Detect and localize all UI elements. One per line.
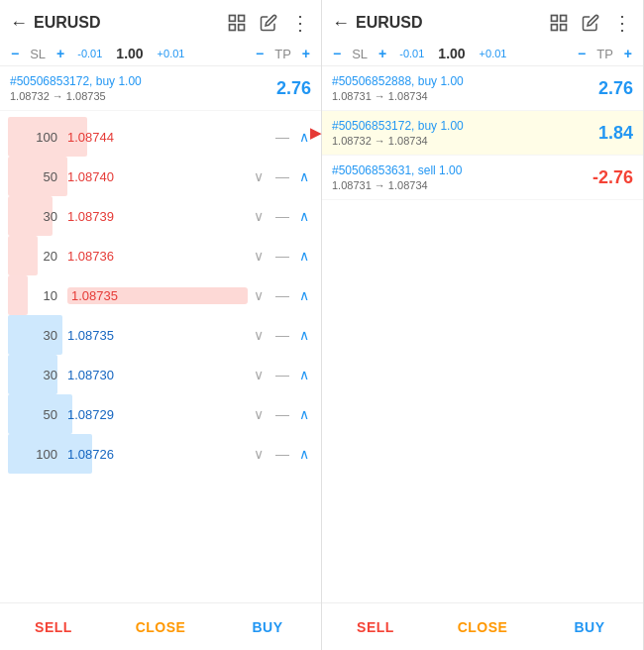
left-header: ← EURUSD ⋮ xyxy=(0,0,321,42)
right-edit-icon[interactable] xyxy=(580,12,601,34)
left-edit-icon[interactable] xyxy=(258,12,279,34)
right-buy-button[interactable]: BUY xyxy=(536,603,643,650)
left-buy-down-3[interactable]: ∨ xyxy=(254,446,264,462)
left-sell-button[interactable]: SELL xyxy=(0,603,107,650)
right-arrow-indicator: ▶ xyxy=(310,125,321,141)
svg-rect-7 xyxy=(561,25,567,31)
right-tp-label: TP xyxy=(592,47,617,61)
left-sell-row-3[interactable]: 20 1.08736 ∨ — ∧ xyxy=(0,236,321,275)
right-trade-price-1: 1.08732 → 1.08734 xyxy=(332,135,598,147)
right-sell-button[interactable]: SELL xyxy=(322,603,429,650)
left-buy-up-1[interactable]: ∧ xyxy=(299,367,309,382)
right-trade-price-0: 1.08731 → 1.08734 xyxy=(332,90,598,102)
right-trade-info-0: #50506852888, buy 1.00 1.08731 → 1.08734 xyxy=(332,74,598,102)
left-sell-down-1[interactable]: ∨ xyxy=(254,168,264,184)
left-buy-row-3[interactable]: 100 1.08726 ∨ — ∧ xyxy=(0,434,321,474)
right-trade-id-1: #50506853172, buy 1.00 xyxy=(332,119,598,133)
left-tp-label: TP xyxy=(270,47,295,61)
left-sl-plus[interactable]: + xyxy=(54,46,67,61)
right-back-arrow[interactable]: ← xyxy=(332,13,350,34)
left-sell-row-1[interactable]: 50 1.08740 ∨ — ∧ xyxy=(0,157,321,196)
right-sl-minus[interactable]: − xyxy=(330,46,344,61)
right-tp-minus[interactable]: − xyxy=(575,46,589,61)
left-stack-icon[interactable] xyxy=(226,12,248,34)
left-sell-row-4[interactable]: 10 1.08735 ∨ — ∧ xyxy=(0,275,321,315)
left-sell-dash-2: — xyxy=(275,208,289,224)
left-sell-dash-0: — xyxy=(275,129,289,145)
left-sell-down-2[interactable]: ∨ xyxy=(254,208,264,224)
right-trade-row-0[interactable]: #50506852888, buy 1.00 1.08731 → 1.08734… xyxy=(322,66,643,111)
left-sell-qty-2: 30 xyxy=(8,209,57,224)
left-sell-dash-1: — xyxy=(275,168,289,184)
right-trade-id-2: #50506853631, sell 1.00 xyxy=(332,163,592,177)
left-tp-minus[interactable]: − xyxy=(253,46,267,61)
left-sl-minus[interactable]: − xyxy=(8,46,22,61)
left-trade-price-0: 1.08732 → 1.08735 xyxy=(10,90,276,102)
left-sell-row-0[interactable]: 100 1.08744 — ∧ xyxy=(0,117,321,157)
left-sell-up-4[interactable]: ∧ xyxy=(299,287,309,303)
svg-rect-1 xyxy=(239,16,245,22)
left-sell-qty-0: 100 xyxy=(8,130,57,145)
left-tp-plus[interactable]: + xyxy=(299,46,313,61)
left-back-arrow[interactable]: ← xyxy=(10,13,28,34)
left-header-icons: ⋮ xyxy=(226,12,311,34)
svg-rect-2 xyxy=(230,25,236,31)
svg-rect-3 xyxy=(239,25,245,31)
right-panel: ← EURUSD ⋮ − SL + -0.01 1.00 +0.01 xyxy=(322,0,644,650)
left-more-icon[interactable]: ⋮ xyxy=(289,12,311,34)
right-stack-icon[interactable] xyxy=(548,12,570,34)
left-trade-pnl-0: 2.76 xyxy=(276,78,311,99)
left-sell-down-3[interactable]: ∨ xyxy=(254,248,264,264)
right-more-icon[interactable]: ⋮ xyxy=(611,12,633,34)
left-buy-row-2[interactable]: 50 1.08729 ∨ — ∧ xyxy=(0,394,321,434)
right-sl-plus[interactable]: + xyxy=(376,46,389,61)
left-sell-qty-4: 10 xyxy=(8,288,57,303)
left-buy-down-1[interactable]: ∨ xyxy=(254,367,264,382)
left-buy-qty-2: 50 xyxy=(8,407,57,422)
left-sell-price-1: 1.08740 xyxy=(67,169,248,184)
left-buy-up-0[interactable]: ∧ xyxy=(299,327,309,343)
left-buy-up-3[interactable]: ∧ xyxy=(299,446,309,462)
left-buy-qty-0: 30 xyxy=(8,328,57,343)
right-tp-plus[interactable]: + xyxy=(621,46,635,61)
left-buy-button[interactable]: BUY xyxy=(214,603,321,650)
left-buy-down-0[interactable]: ∨ xyxy=(254,327,264,343)
right-trade-id-0: #50506852888, buy 1.00 xyxy=(332,74,598,88)
left-buy-down-2[interactable]: ∨ xyxy=(254,406,264,422)
left-buy-qty-3: 100 xyxy=(8,447,57,462)
right-bottom-bar: SELL CLOSE BUY xyxy=(322,602,643,650)
svg-rect-6 xyxy=(552,25,558,31)
right-header-icons: ⋮ xyxy=(548,12,633,34)
left-sell-up-1[interactable]: ∧ xyxy=(299,168,309,184)
right-trade-row-2[interactable]: #50506853631, sell 1.00 1.08731 → 1.0873… xyxy=(322,156,643,200)
svg-rect-5 xyxy=(561,16,567,22)
right-adj-minus: -0.01 xyxy=(397,48,426,59)
left-buy-price-2: 1.08729 xyxy=(67,407,248,422)
left-close-button[interactable]: CLOSE xyxy=(107,603,214,650)
left-sell-qty-1: 50 xyxy=(8,169,57,184)
svg-rect-4 xyxy=(552,16,558,22)
right-sl-value: 1.00 xyxy=(434,46,469,61)
left-sell-up-2[interactable]: ∧ xyxy=(299,208,309,224)
left-sl-value: 1.00 xyxy=(112,46,147,61)
left-sl-tp-bar: − SL + -0.01 1.00 +0.01 − TP + xyxy=(0,42,321,66)
left-sell-row-2[interactable]: 30 1.08739 ∨ — ∧ xyxy=(0,196,321,236)
right-trade-info-2: #50506853631, sell 1.00 1.08731 → 1.0873… xyxy=(332,163,592,191)
left-trade-row-0[interactable]: #50506853172, buy 1.00 1.08732 → 1.08735… xyxy=(0,66,321,111)
left-buy-up-2[interactable]: ∧ xyxy=(299,406,309,422)
right-trade-pnl-1: 1.84 xyxy=(598,123,633,144)
right-trade-row-1[interactable]: ▶ #50506853172, buy 1.00 1.08732 → 1.087… xyxy=(322,111,643,156)
left-adj-minus: -0.01 xyxy=(75,48,104,59)
left-buy-row-1[interactable]: 30 1.08730 ∨ — ∧ xyxy=(0,355,321,394)
left-sell-down-4[interactable]: ∨ xyxy=(254,287,264,303)
right-close-button[interactable]: CLOSE xyxy=(429,603,536,650)
left-trade-id-0: #50506853172, buy 1.00 xyxy=(10,74,276,88)
left-buy-price-1: 1.08730 xyxy=(67,368,248,382)
left-sell-up-3[interactable]: ∧ xyxy=(299,248,309,264)
right-sl-tp-bar: − SL + -0.01 1.00 +0.01 − TP + xyxy=(322,42,643,66)
left-sell-up-0[interactable]: ∧ xyxy=(299,129,309,145)
left-buy-row-0[interactable]: 30 1.08735 ∨ — ∧ xyxy=(0,315,321,355)
left-sell-dash-3: — xyxy=(275,248,289,264)
right-title: EURUSD xyxy=(356,14,548,32)
right-trade-pnl-0: 2.76 xyxy=(598,78,633,99)
